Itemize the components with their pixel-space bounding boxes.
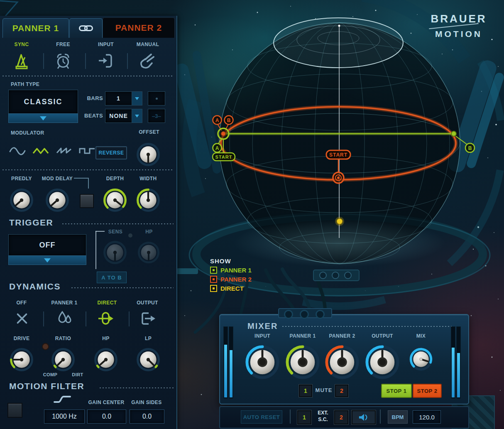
ext-sc-2-button[interactable]: 2 xyxy=(334,410,348,424)
ratio-label: RATIO xyxy=(50,336,76,341)
input-arrow-icon xyxy=(97,51,115,71)
mixer-panner2-knob[interactable] xyxy=(324,344,360,380)
dyn-panner1-label: PANNER 1 xyxy=(47,300,82,306)
mute-1-button[interactable]: 1 xyxy=(299,385,312,397)
lp-knob[interactable] xyxy=(136,347,161,372)
gain-sides-field[interactable]: 0.0 xyxy=(130,409,164,424)
mode-manual-label: MANUAL xyxy=(135,42,161,47)
bpm-field[interactable]: 120.0 xyxy=(413,410,441,424)
ext-sc-1-button[interactable]: 1 xyxy=(297,410,311,424)
section-divider xyxy=(71,287,174,288)
filter-freq-field[interactable]: 1000 Hz xyxy=(44,409,85,424)
show-direct-row[interactable]: DIRECT xyxy=(210,285,285,292)
input-mode-button[interactable] xyxy=(97,51,115,71)
reverse-label: REVERSE xyxy=(99,150,124,156)
stop-2-button[interactable]: STOP 2 xyxy=(413,384,442,398)
dot-button[interactable] xyxy=(148,91,165,105)
reverse-button[interactable]: REVERSE xyxy=(95,146,127,159)
manual-mode-button[interactable] xyxy=(138,51,157,71)
beats-select[interactable]: NONE xyxy=(105,109,142,123)
tab-link[interactable] xyxy=(69,18,103,38)
free-mode-button[interactable] xyxy=(54,51,72,71)
bars-select[interactable]: 1 xyxy=(105,91,142,105)
offset-knob[interactable] xyxy=(136,142,161,167)
stop-1-button[interactable]: STOP 1 xyxy=(381,384,412,398)
sine-wave-icon xyxy=(9,146,26,157)
wave-square-button[interactable] xyxy=(79,146,95,157)
dynamics-header: DYNAMICS xyxy=(9,282,61,292)
depth-knob[interactable] xyxy=(103,188,127,213)
mixer-mix-knob[interactable] xyxy=(409,347,433,372)
wave-triangle-button[interactable] xyxy=(32,146,49,157)
mixer-panner1-knob[interactable] xyxy=(285,344,321,380)
transport-divider xyxy=(290,409,291,424)
section-divider xyxy=(100,387,174,388)
mute-label: MUTE xyxy=(314,387,334,393)
trigger-hp-label: HP xyxy=(139,229,159,235)
saw-wave-icon xyxy=(56,146,72,157)
width-knob[interactable] xyxy=(136,188,161,213)
dirt-label: DIRT xyxy=(67,372,88,377)
mod-delay-toggle[interactable] xyxy=(80,194,94,208)
mute-2-button[interactable]: 2 xyxy=(335,385,348,397)
motion-filter-toggle[interactable] xyxy=(7,403,22,418)
show-panner2-row[interactable]: PANNER 2 xyxy=(210,276,285,283)
tab-panner1[interactable]: PANNER 1 xyxy=(2,18,69,38)
start-pill-green-label: START xyxy=(215,154,232,159)
bars-dropdown[interactable] xyxy=(132,92,142,105)
ext-sc-label: EXT.S.C. xyxy=(316,410,330,423)
hand-icon xyxy=(138,51,157,71)
trigger-hp-knob[interactable] xyxy=(137,241,160,264)
depth-label: DEPTH xyxy=(102,176,128,181)
show-direct-checkbox[interactable] xyxy=(210,285,217,292)
mixer-panel: MIXER INPUT PANNER 1 PANNER 2 OUTPUT MIX xyxy=(219,314,469,404)
wave-sine-button[interactable] xyxy=(9,146,26,157)
hp-knob[interactable] xyxy=(93,347,118,372)
sync-mode-button[interactable] xyxy=(12,51,31,71)
trigger-select[interactable]: OFF xyxy=(8,234,86,256)
output-arrow-icon xyxy=(139,311,156,326)
dyn-direct-button[interactable] xyxy=(98,311,115,326)
connector-bolt xyxy=(316,310,325,319)
a-to-b-button[interactable]: A TO B xyxy=(97,272,127,283)
mod-delay-knob[interactable] xyxy=(45,188,70,213)
mixer-output-knob[interactable] xyxy=(365,344,400,380)
dyn-panner1-button[interactable] xyxy=(56,310,72,326)
panner1-right-node[interactable] xyxy=(451,131,456,136)
show-panner1-label: PANNER 1 xyxy=(220,267,252,274)
show-label: SHOW xyxy=(210,257,285,265)
ratio-knob[interactable] xyxy=(51,347,76,372)
dyn-off-button[interactable] xyxy=(15,311,29,326)
sens-knob[interactable] xyxy=(103,240,127,265)
drive-knob[interactable] xyxy=(9,347,34,372)
path-type-dropdown[interactable] xyxy=(8,113,78,123)
show-panner2-checkbox[interactable] xyxy=(210,276,217,283)
connector-bolt xyxy=(284,310,293,319)
dyn-output-button[interactable] xyxy=(139,311,156,326)
show-panner1-row[interactable]: PANNER 1 xyxy=(210,267,285,274)
beats-dropdown[interactable] xyxy=(132,109,142,123)
wave-saw-button[interactable] xyxy=(56,146,72,157)
triplet-button[interactable]: ‒3‒ xyxy=(148,109,165,123)
trigger-bracket xyxy=(95,231,96,269)
width-label: WIDTH xyxy=(135,176,161,181)
dot-icon xyxy=(156,98,158,100)
link-icon xyxy=(78,24,94,32)
path-type-select[interactable]: CLASSIC xyxy=(8,90,78,114)
ext-sc-2-label: 2 xyxy=(340,414,343,421)
predly-knob[interactable] xyxy=(9,188,34,213)
trigger-dropdown[interactable] xyxy=(8,255,86,265)
tab-panner2[interactable]: PANNER 2 xyxy=(103,17,175,38)
output-meter-l xyxy=(451,326,455,399)
gain-center-field[interactable]: 0.0 xyxy=(87,409,126,424)
brand-logo: BRAUER MOTION xyxy=(421,12,496,39)
audition-button[interactable] xyxy=(352,410,376,424)
comp-label: COMP xyxy=(40,372,61,377)
mixer-input-knob[interactable] xyxy=(245,344,280,380)
gain-sides-label: GAIN SIDES xyxy=(129,400,164,405)
auto-reset-button[interactable]: AUTO RESET xyxy=(241,410,282,424)
mixer-input-label: INPUT xyxy=(246,333,279,339)
bpm-button[interactable]: BPM xyxy=(388,410,408,424)
gain-center-value: 0.0 xyxy=(102,413,111,420)
show-panner1-checkbox[interactable] xyxy=(210,267,217,274)
